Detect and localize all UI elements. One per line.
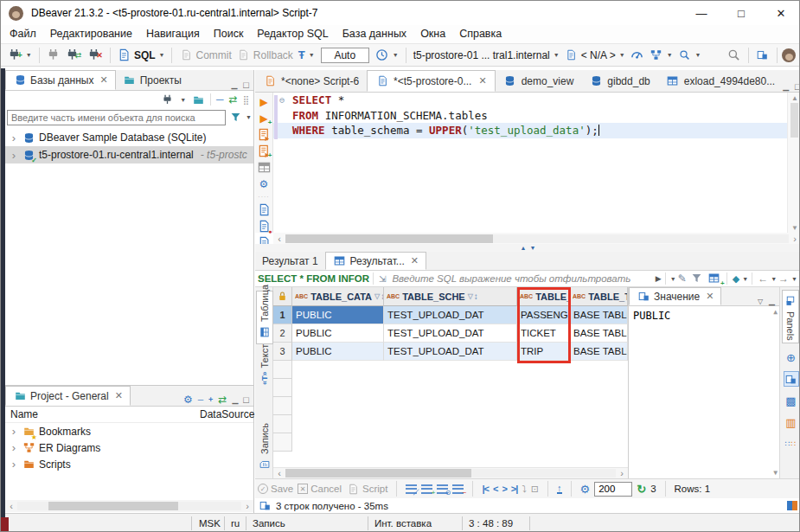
row-number[interactable]: 2 (273, 324, 292, 343)
filter-settings-icon[interactable] (688, 271, 706, 286)
filter-placeholder[interactable]: Введите SQL выражение чтобы отфильтроват… (392, 273, 655, 284)
menu-file[interactable]: Файл (3, 25, 43, 43)
notifications-icon[interactable] (787, 501, 797, 510)
menu-sql-editor[interactable]: Редактор SQL (250, 25, 335, 43)
expand-all-icon[interactable]: + (208, 395, 213, 404)
minimize-panel-icon[interactable]: ▁ (231, 80, 237, 89)
view-tab-text[interactable]: «T» Текст (256, 348, 273, 389)
scroll-left-icon[interactable]: ‹ (273, 468, 285, 478)
script-button[interactable]: Script (346, 482, 387, 496)
collapse-down-icon[interactable]: ▼ (530, 245, 536, 251)
next-row-button[interactable]: > (502, 484, 506, 494)
cell-table-name[interactable]: TRIP (517, 343, 570, 361)
column-header-table-schema[interactable]: ABC TABLE_SCHE ▽↕ (384, 287, 517, 306)
duplicate-row-icon[interactable]: ⊙ (437, 484, 448, 494)
history-back-icon[interactable]: ← (756, 272, 770, 285)
view-menu-icon[interactable]: ⣿ (243, 95, 249, 105)
transaction-mode-button[interactable]: Ŧ ▼ (296, 46, 317, 65)
minimize-button[interactable]: — (682, 1, 721, 25)
gear-icon[interactable]: ⚙ (183, 394, 193, 406)
scroll-down-icon[interactable]: ▼ (788, 222, 800, 233)
execute-script-icon[interactable] (257, 128, 272, 141)
save-file-icon[interactable]: ● (257, 220, 272, 233)
minimize-panel-icon[interactable]: ▁ (769, 297, 775, 305)
chevron-down-icon[interactable]: ▼ (742, 276, 748, 282)
apply-filter-icon[interactable]: ▶ (656, 274, 662, 283)
scroll-down-icon[interactable]: ▼ (773, 469, 778, 477)
link-editor-icon[interactable]: ⇄ (229, 93, 238, 106)
first-row-button[interactable]: |< (482, 484, 489, 494)
reconnect-button[interactable]: ⇄ (63, 46, 85, 65)
row-number[interactable]: 1 (273, 306, 292, 324)
compare-icon[interactable]: ◆ (731, 273, 741, 285)
close-icon[interactable]: ✕ (706, 291, 714, 302)
new-panel-icon[interactable]: + (706, 271, 723, 286)
menu-search[interactable]: Поиск (207, 25, 251, 43)
edit-cell-icon[interactable]: ／ (406, 484, 417, 494)
gear-icon[interactable]: ⚙ (257, 177, 272, 190)
column-header-name[interactable]: Name (5, 408, 200, 420)
tab-t5-prostore-script[interactable]: *<t5-prostore-0... ✕ (367, 70, 496, 92)
disconnect-button[interactable]: ✕ (84, 46, 106, 65)
expander-icon[interactable]: › (10, 131, 18, 144)
column-header-table-type[interactable]: ABC TABLE_TY (570, 287, 628, 306)
close-icon[interactable]: ✕ (411, 255, 419, 266)
transaction-log-button[interactable]: ▼ (373, 46, 401, 65)
chevron-down-icon[interactable]: ▼ (771, 276, 777, 282)
tab-demo-view[interactable]: demo_view (496, 70, 582, 92)
minimize-panel-icon[interactable]: ▁ (783, 82, 789, 91)
column-header-datasource[interactable]: DataSource (200, 408, 253, 420)
new-connection-button[interactable]: + ▼ (4, 46, 35, 65)
connection-selector[interactable]: t5-prostore-01 ... tral1.internal ▼ (411, 46, 562, 65)
editor-horizontal-scrollbar[interactable]: ‹ › (273, 233, 800, 244)
filter-funnel-icon[interactable] (228, 111, 242, 125)
menu-window[interactable]: Окна (413, 25, 452, 43)
editor-results-sash[interactable]: ▲▼ (255, 244, 800, 252)
tab-result-2[interactable]: Результат... ✕ (325, 252, 426, 270)
close-icon[interactable]: ✕ (99, 74, 107, 86)
chevron-down-icon[interactable]: ▼ (246, 114, 252, 120)
delete-row-icon[interactable]: − (452, 484, 464, 494)
grouping-panel-icon[interactable]: ∷∷ (784, 436, 799, 452)
chevron-down-icon[interactable]: ▼ (180, 97, 186, 103)
new-folder-icon[interactable] (191, 93, 205, 106)
tab-gibdd-db[interactable]: gibdd_db (581, 70, 657, 92)
metadata-panel-icon[interactable]: ⊕ (784, 349, 799, 365)
explain-plan-icon[interactable] (257, 161, 272, 174)
menu-navigate[interactable]: Навигация (139, 25, 207, 43)
view-tab-grid[interactable]: Таблица (256, 291, 273, 344)
tree-item-scripts[interactable]: › Scripts (5, 456, 253, 472)
perspective-button[interactable] (753, 46, 772, 65)
fetch-all-icon[interactable]: ⊡ (531, 484, 539, 495)
database-selector[interactable]: < N/A > ▼ (562, 46, 628, 65)
scroll-up-icon[interactable]: ▲ (788, 93, 800, 103)
minimize-panel-icon[interactable]: ▁ (232, 395, 238, 404)
maximize-panel-icon[interactable]: □ (243, 394, 249, 405)
tab-databases[interactable]: Базы данных ✕ (5, 70, 116, 90)
erase-filter-icon[interactable]: ✎ (676, 272, 688, 285)
project-horizontal-scrollbar[interactable]: ‹ › (5, 500, 253, 512)
collapse-all-icon[interactable]: ─ (216, 93, 224, 106)
gear-icon[interactable]: ⚙ (580, 483, 591, 496)
grid-corner-cell[interactable] (273, 287, 292, 306)
scroll-right-icon[interactable]: › (616, 468, 628, 478)
collapse-all-icon[interactable]: ─ (198, 395, 203, 404)
sort-icon[interactable]: ↕ (474, 292, 478, 301)
sql-editor-button[interactable]: SQL ▼ (115, 46, 168, 65)
close-icon[interactable]: ✕ (115, 390, 123, 401)
maximize-panel-icon[interactable]: □ (243, 80, 249, 90)
add-row-icon[interactable]: + (421, 484, 432, 494)
aggregate-panel-icon[interactable]: ▥ (784, 414, 799, 430)
history-forward-icon[interactable]: → (777, 272, 790, 285)
tab-exload[interactable]: exload_4994de80... (658, 70, 783, 92)
tab-panels[interactable]: Panels (782, 290, 799, 343)
menu-database[interactable]: База данных (336, 25, 413, 43)
scroll-right-icon[interactable]: › (789, 234, 800, 244)
maximize-panel-icon[interactable]: □ (795, 81, 800, 92)
refresh-icon[interactable]: ↻ (637, 483, 646, 496)
view-tab-record[interactable]: Запись (256, 431, 273, 476)
tab-result-1[interactable]: Результат 1 (255, 252, 325, 270)
dashboard-button[interactable] (628, 46, 647, 65)
last-row-button[interactable]: >| (511, 484, 518, 494)
search-metadata-button[interactable]: ▼ (675, 46, 704, 65)
